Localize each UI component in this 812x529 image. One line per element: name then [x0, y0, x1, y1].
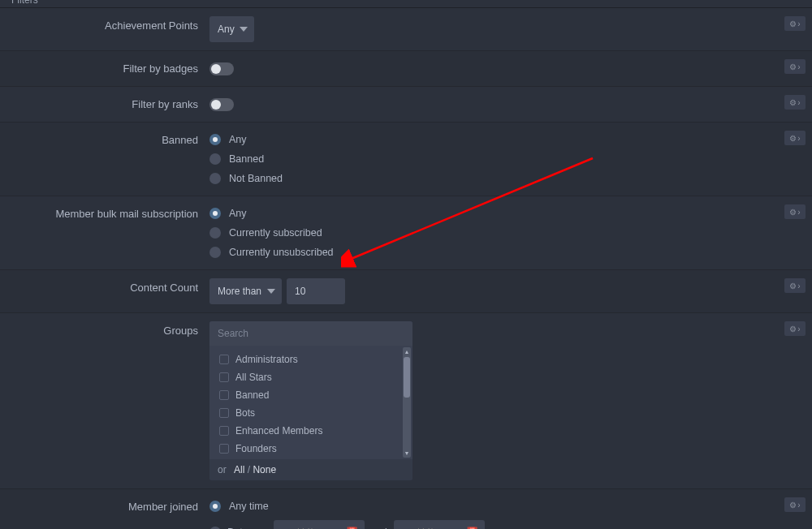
- row-achievement-points: Achievement Points Any ⚙›: [0, 8, 812, 51]
- label-banned: Banned: [0, 123, 209, 196]
- radio-banned-any[interactable]: Any: [209, 134, 283, 145]
- gear-icon[interactable]: ⚙›: [784, 278, 806, 293]
- group-item[interactable]: Global Moderators: [209, 458, 412, 459]
- group-item[interactable]: Banned: [209, 386, 412, 404]
- radio-mail-subscribed[interactable]: Currently subscribed: [209, 227, 334, 239]
- radio-label: Any time: [229, 501, 269, 512]
- label-content-count: Content Count: [0, 270, 209, 312]
- group-item[interactable]: All Stars: [209, 368, 412, 386]
- radio-banned-banned[interactable]: Banned: [209, 153, 283, 165]
- row-groups: Groups Administrators All Stars Banned B…: [0, 313, 812, 489]
- toggle-filter-by-badges[interactable]: [209, 62, 234, 75]
- gear-icon[interactable]: ⚙›: [784, 16, 806, 31]
- gear-icon[interactable]: ⚙›: [784, 204, 806, 219]
- groups-multiselect: Administrators All Stars Banned Bots Enh…: [209, 321, 412, 480]
- groups-select-all[interactable]: All: [234, 464, 244, 475]
- input-content-count-value[interactable]: [287, 278, 345, 304]
- gear-icon[interactable]: ⚙›: [784, 95, 806, 110]
- gear-icon[interactable]: ⚙›: [784, 497, 806, 512]
- group-item[interactable]: Bots: [209, 404, 412, 422]
- label-groups: Groups: [0, 313, 209, 488]
- radio-label: Any: [229, 134, 247, 145]
- groups-footer: or All / None: [209, 459, 412, 480]
- row-filter-by-badges: Filter by badges ⚙›: [0, 51, 812, 87]
- groups-list[interactable]: Administrators All Stars Banned Bots Enh…: [209, 346, 412, 459]
- radio-label: Not Banned: [229, 173, 283, 184]
- radio-mail-any[interactable]: Any: [209, 208, 334, 219]
- row-banned: Banned Any Banned Not Banned ⚙›: [0, 123, 812, 196]
- scroll-down-arrow-icon[interactable]: ▼: [403, 449, 412, 458]
- radio-label: Currently subscribed: [229, 227, 322, 239]
- select-content-count-operator[interactable]: More than: [209, 278, 282, 304]
- date-to-field[interactable]: 📅: [394, 520, 485, 529]
- gear-icon[interactable]: ⚙›: [784, 321, 806, 336]
- label-member-bulk-mail: Member bulk mail subscription: [0, 196, 209, 269]
- groups-search-input[interactable]: [209, 321, 412, 346]
- radio-mail-unsubscribed[interactable]: Currently unsubscribed: [209, 247, 334, 258]
- groups-select-none[interactable]: None: [253, 464, 276, 475]
- scroll-up-arrow-icon[interactable]: ▲: [403, 347, 412, 356]
- date-from-field[interactable]: 📅: [274, 520, 365, 529]
- row-member-bulk-mail: Member bulk mail subscription Any Curren…: [0, 196, 812, 270]
- gear-icon[interactable]: ⚙›: [784, 59, 806, 74]
- radio-label: Banned: [229, 153, 264, 165]
- gear-icon[interactable]: ⚙›: [784, 131, 806, 145]
- group-item[interactable]: Founders: [209, 440, 412, 458]
- scrollbar[interactable]: ▲ ▼: [403, 347, 411, 458]
- filters-section-header: Filters: [0, 0, 812, 8]
- radio-banned-not-banned[interactable]: Not Banned: [209, 173, 283, 184]
- radio-joined-anytime[interactable]: Any time: [209, 501, 485, 512]
- label-achievement-points: Achievement Points: [0, 8, 209, 50]
- label-filter-by-ranks: Filter by ranks: [0, 87, 209, 122]
- group-item[interactable]: Administrators: [209, 351, 412, 368]
- group-item[interactable]: Enhanced Members: [209, 422, 412, 440]
- radio-label: Currently unsubscribed: [229, 247, 334, 258]
- row-content-count: Content Count More than ⚙›: [0, 270, 812, 313]
- row-member-joined: Member joined Any time Between 📅 and 📅: [0, 489, 812, 529]
- row-filter-by-ranks: Filter by ranks ⚙›: [0, 87, 812, 123]
- toggle-filter-by-ranks[interactable]: [209, 98, 234, 111]
- scroll-thumb[interactable]: [404, 357, 410, 398]
- radio-joined-between[interactable]: Between 📅 and 📅: [209, 520, 485, 529]
- select-achievement-points[interactable]: Any: [209, 16, 254, 42]
- label-member-joined: Member joined: [0, 489, 209, 529]
- label-filter-by-badges: Filter by badges: [0, 51, 209, 86]
- radio-label: Any: [229, 208, 247, 219]
